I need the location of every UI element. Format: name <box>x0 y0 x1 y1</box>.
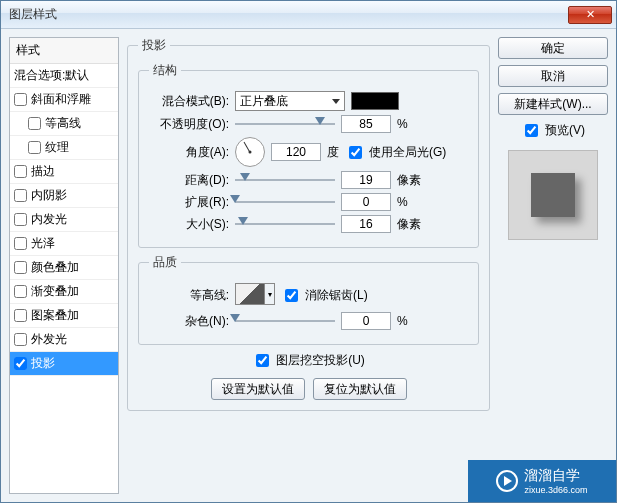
contour-q-label: 等高线: <box>149 287 229 304</box>
bevel-label: 斜面和浮雕 <box>31 91 91 108</box>
close-button[interactable]: ✕ <box>568 6 612 24</box>
antialias-label: 消除锯齿(L) <box>305 287 368 304</box>
distance-unit: 像素 <box>397 172 427 189</box>
structure-legend: 结构 <box>149 62 181 79</box>
sidebar-item-inner-glow[interactable]: 内发光 <box>10 208 118 232</box>
reset-default-button[interactable]: 复位为默认值 <box>313 378 407 400</box>
gradient-overlay-checkbox[interactable] <box>14 285 27 298</box>
angle-unit: 度 <box>327 144 339 161</box>
watermark-main: 溜溜自学 <box>524 467 580 483</box>
size-input[interactable]: 16 <box>341 215 391 233</box>
satin-label: 光泽 <box>31 235 55 252</box>
sidebar-item-gradient-overlay[interactable]: 渐变叠加 <box>10 280 118 304</box>
watermark-logo-icon <box>496 470 518 492</box>
sidebar-item-satin[interactable]: 光泽 <box>10 232 118 256</box>
opacity-slider[interactable] <box>235 117 335 131</box>
texture-label: 纹理 <box>45 139 69 156</box>
spread-input[interactable]: 0 <box>341 193 391 211</box>
quality-fieldset: 品质 等高线: ▾ 消除锯齿(L) 杂色(N): <box>138 254 479 345</box>
inner-shadow-label: 内阴影 <box>31 187 67 204</box>
drop-shadow-legend: 投影 <box>138 37 170 54</box>
noise-label: 杂色(N): <box>149 313 229 330</box>
sidebar-item-stroke[interactable]: 描边 <box>10 160 118 184</box>
contour-label: 等高线 <box>45 115 81 132</box>
sidebar-item-bevel[interactable]: 斜面和浮雕 <box>10 88 118 112</box>
contour-checkbox[interactable] <box>28 117 41 130</box>
close-icon: ✕ <box>586 8 595 21</box>
texture-checkbox[interactable] <box>28 141 41 154</box>
preview-label: 预览(V) <box>545 122 585 139</box>
inner-shadow-checkbox[interactable] <box>14 189 27 202</box>
sidebar-blend-options[interactable]: 混合选项:默认 <box>10 64 118 88</box>
inner-glow-checkbox[interactable] <box>14 213 27 226</box>
angle-input[interactable]: 120 <box>271 143 321 161</box>
sidebar-item-contour[interactable]: 等高线 <box>10 112 118 136</box>
outer-glow-label: 外发光 <box>31 331 67 348</box>
sidebar-item-outer-glow[interactable]: 外发光 <box>10 328 118 352</box>
pattern-overlay-label: 图案叠加 <box>31 307 79 324</box>
blend-mode-label: 混合模式(B): <box>149 93 229 110</box>
sidebar-item-pattern-overlay[interactable]: 图案叠加 <box>10 304 118 328</box>
watermark: 溜溜自学 zixue.3d66.com <box>468 460 616 502</box>
color-overlay-checkbox[interactable] <box>14 261 27 274</box>
spread-slider[interactable] <box>235 195 335 209</box>
preview-sample <box>531 173 575 217</box>
shadow-color-swatch[interactable] <box>351 92 399 110</box>
noise-slider[interactable] <box>235 314 335 328</box>
right-column: 确定 取消 新建样式(W)... 预览(V) <box>498 37 608 494</box>
settings-panel: 投影 结构 混合模式(B): 正片叠底 不透明度(O): <box>127 37 490 494</box>
knockout-checkbox[interactable] <box>256 354 269 367</box>
drop-shadow-label: 投影 <box>31 355 55 372</box>
sidebar-item-color-overlay[interactable]: 颜色叠加 <box>10 256 118 280</box>
opacity-label: 不透明度(O): <box>149 116 229 133</box>
antialias-checkbox[interactable] <box>285 289 298 302</box>
size-unit: 像素 <box>397 216 427 233</box>
knockout-label: 图层挖空投影(U) <box>276 352 365 369</box>
quality-legend: 品质 <box>149 254 181 271</box>
angle-label: 角度(A): <box>149 144 229 161</box>
outer-glow-checkbox[interactable] <box>14 333 27 346</box>
sidebar-item-texture[interactable]: 纹理 <box>10 136 118 160</box>
preview-checkbox[interactable] <box>525 124 538 137</box>
spread-label: 扩展(R): <box>149 194 229 211</box>
structure-fieldset: 结构 混合模式(B): 正片叠底 不透明度(O): <box>138 62 479 248</box>
sidebar-item-drop-shadow[interactable]: 投影 <box>10 352 118 376</box>
angle-dial[interactable] <box>235 137 265 167</box>
sidebar-item-inner-shadow[interactable]: 内阴影 <box>10 184 118 208</box>
blend-mode-select[interactable]: 正片叠底 <box>235 91 345 111</box>
bevel-checkbox[interactable] <box>14 93 27 106</box>
stroke-checkbox[interactable] <box>14 165 27 178</box>
distance-input[interactable]: 19 <box>341 171 391 189</box>
noise-input[interactable]: 0 <box>341 312 391 330</box>
contour-picker[interactable] <box>235 283 265 305</box>
satin-checkbox[interactable] <box>14 237 27 250</box>
opacity-input[interactable]: 85 <box>341 115 391 133</box>
color-overlay-label: 颜色叠加 <box>31 259 79 276</box>
gradient-overlay-label: 渐变叠加 <box>31 283 79 300</box>
layer-style-dialog: 图层样式 ✕ 样式 混合选项:默认 斜面和浮雕 等高线 纹理 <box>0 0 617 503</box>
sidebar-header: 样式 <box>10 38 118 64</box>
contour-dropdown[interactable]: ▾ <box>265 283 275 305</box>
size-slider[interactable] <box>235 217 335 231</box>
noise-unit: % <box>397 314 427 328</box>
watermark-sub: zixue.3d66.com <box>524 485 587 495</box>
stroke-label: 描边 <box>31 163 55 180</box>
global-light-label: 使用全局光(G) <box>369 144 446 161</box>
distance-label: 距离(D): <box>149 172 229 189</box>
spread-unit: % <box>397 195 427 209</box>
blend-options-label: 混合选项:默认 <box>14 67 89 84</box>
new-style-button[interactable]: 新建样式(W)... <box>498 93 608 115</box>
drop-shadow-fieldset: 投影 结构 混合模式(B): 正片叠底 不透明度(O): <box>127 37 490 411</box>
set-default-button[interactable]: 设置为默认值 <box>211 378 305 400</box>
size-label: 大小(S): <box>149 216 229 233</box>
pattern-overlay-checkbox[interactable] <box>14 309 27 322</box>
titlebar: 图层样式 ✕ <box>1 1 616 29</box>
window-title: 图层样式 <box>9 6 568 23</box>
cancel-button[interactable]: 取消 <box>498 65 608 87</box>
drop-shadow-checkbox[interactable] <box>14 357 27 370</box>
ok-button[interactable]: 确定 <box>498 37 608 59</box>
preview-box <box>508 150 598 240</box>
blend-mode-value: 正片叠底 <box>240 93 288 110</box>
global-light-checkbox[interactable] <box>349 146 362 159</box>
distance-slider[interactable] <box>235 173 335 187</box>
